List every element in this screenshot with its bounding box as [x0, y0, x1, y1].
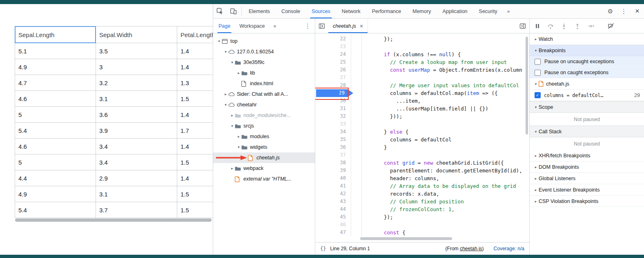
line-number-gutter[interactable]: 31: [315, 105, 357, 112]
table-cell[interactable]: 1.5: [177, 186, 213, 202]
table-cell[interactable]: 1.3: [177, 75, 213, 91]
line-number-gutter[interactable]: 38: [315, 159, 357, 167]
table-cell[interactable]: 4.4: [15, 170, 96, 186]
coverage-link[interactable]: Coverage: n/a: [494, 246, 524, 251]
code-line-text[interactable]: });: [357, 213, 393, 221]
pause-uncaught-checkbox[interactable]: [535, 59, 541, 65]
expander-icon[interactable]: ▸: [230, 166, 235, 170]
deactivate-breakpoints-icon[interactable]: [608, 23, 614, 29]
code-line-text[interactable]: const grid = new cheetahGrid.ListGrid({: [357, 159, 504, 167]
line-number-gutter[interactable]: 29: [315, 89, 357, 97]
line-number-gutter[interactable]: 22: [315, 35, 357, 43]
table-cell[interactable]: 3.7: [96, 202, 177, 218]
devtools-tab-network[interactable]: Network: [336, 4, 366, 18]
line-number-gutter[interactable]: 32: [315, 112, 357, 120]
line-number-gutter[interactable]: 30: [315, 97, 357, 105]
code-line-text[interactable]: }: [357, 143, 387, 151]
code-line-text[interactable]: // Create a lookup map from user input: [357, 58, 507, 66]
expander-icon[interactable]: ▸: [223, 92, 228, 96]
line-number-gutter[interactable]: 45: [315, 213, 357, 221]
line-number-gutter[interactable]: 47: [315, 229, 357, 236]
tab-page[interactable]: Page: [214, 19, 235, 33]
more-tabs-icon[interactable]: »: [503, 4, 514, 18]
table-cell[interactable]: 2.9: [96, 170, 177, 186]
step-into-icon[interactable]: [561, 23, 567, 29]
tree-item-sider-chat-with-all-a[interactable]: ▸Sider: Chat with all A...: [213, 89, 315, 99]
code-editor[interactable]: 22});2324if (x.columns !== null) {25 // …: [315, 33, 529, 242]
code-line-text[interactable]: });: [357, 35, 393, 43]
tree-item-top[interactable]: ▾top: [213, 36, 315, 46]
editor-horizontal-scrollbar[interactable]: [360, 237, 452, 240]
table-cell[interactable]: 4.6: [15, 91, 96, 107]
pause-script-icon[interactable]: [535, 23, 540, 29]
scope-section-header[interactable]: ▾ Scope: [530, 101, 644, 113]
line-number-gutter[interactable]: 42: [315, 190, 357, 198]
line-number-gutter[interactable]: 28: [315, 82, 357, 89]
watch-section-header[interactable]: ▸ Watch: [530, 33, 644, 45]
tree-item-127-0-0-1-60254[interactable]: ▾127.0.0.1:60254: [213, 46, 315, 57]
table-cell[interactable]: 3.4: [96, 154, 177, 170]
hide-navigator-icon[interactable]: [315, 19, 328, 33]
section-xhr-fetch-breakpoints[interactable]: ▸XHR/fetch Breakpoints: [530, 150, 644, 161]
code-line-text[interactable]: // Array data to be displayed on the gri…: [357, 182, 516, 190]
editor-tab-cheetah-js[interactable]: cheetah.js ×: [328, 19, 368, 33]
code-line-text[interactable]: }));: [357, 112, 402, 120]
tree-item-srcjs[interactable]: ▾srcjs: [213, 121, 315, 131]
table-cell[interactable]: 4.9: [15, 59, 96, 75]
pause-caught-checkbox[interactable]: [535, 70, 541, 76]
breakpoint-file-group[interactable]: ▾ cheetah.js: [530, 78, 644, 90]
line-number-gutter[interactable]: 36: [315, 143, 357, 151]
table-cell[interactable]: 3.4: [96, 139, 177, 154]
code-line-text[interactable]: [357, 120, 384, 128]
expander-icon[interactable]: ▾: [216, 39, 222, 43]
close-devtools-icon[interactable]: ×: [631, 4, 644, 18]
line-number-gutter[interactable]: 34: [315, 128, 357, 136]
tree-item-webpack[interactable]: ▸webpack: [213, 163, 315, 174]
breakpoint-badge[interactable]: 29: [316, 89, 353, 97]
code-line-text[interactable]: parentElement: document.getElementById(i…: [357, 167, 522, 174]
settings-gear-icon[interactable]: ⚙: [604, 4, 617, 18]
table-cell[interactable]: 4.7: [15, 75, 96, 91]
table-cell[interactable]: 5.4: [15, 202, 96, 218]
tree-item-lib[interactable]: ▸lib: [213, 68, 315, 78]
devtools-tab-performance[interactable]: Performance: [366, 4, 407, 18]
devtools-tab-console[interactable]: Console: [276, 4, 306, 18]
more-navigator-tabs-icon[interactable]: »: [270, 19, 281, 33]
line-number-gutter[interactable]: 27: [315, 74, 357, 82]
code-line-text[interactable]: ...item,: [357, 97, 421, 105]
column-header[interactable]: Sepal.Width: [96, 26, 177, 43]
code-line-text[interactable]: const userMap = Object.fromEntries(x.col…: [357, 66, 522, 74]
line-number-gutter[interactable]: 40: [315, 174, 357, 182]
expander-icon[interactable]: ▸: [236, 71, 241, 75]
table-cell[interactable]: 1.5: [177, 154, 213, 170]
devtools-tab-application[interactable]: Application: [437, 4, 473, 18]
hide-debugger-icon[interactable]: [516, 19, 529, 33]
section-dom-breakpoints[interactable]: ▸DOM Breakpoints: [530, 161, 644, 173]
code-line-text[interactable]: ...(userMap[item.field] || {}): [357, 105, 488, 112]
code-line-text[interactable]: records: x.data,: [357, 190, 439, 198]
table-cell[interactable]: 3.5: [96, 43, 177, 59]
code-line-text[interactable]: // Column fixed position: [357, 198, 464, 205]
code-line-text[interactable]: [357, 221, 384, 229]
device-toolbar-icon[interactable]: [227, 4, 240, 18]
devtools-tab-security[interactable]: Security: [473, 4, 503, 18]
table-cell[interactable]: 3: [96, 59, 177, 75]
code-line-text[interactable]: } else {: [357, 128, 408, 136]
table-cell[interactable]: 3.1: [96, 186, 177, 202]
tree-item-node-modules-che[interactable]: ▸node_modules/che...: [213, 110, 315, 121]
tree-item-modules[interactable]: ▸modules: [213, 131, 315, 142]
tree-item-30e35f9c[interactable]: ▾30e35f9c: [213, 57, 315, 68]
line-number-gutter[interactable]: 44: [315, 205, 357, 213]
step-over-icon[interactable]: [547, 23, 554, 29]
step-out-icon[interactable]: [574, 23, 581, 29]
breakpoint-entry[interactable]: ✓ columns = defaultCol… 29: [530, 90, 644, 101]
line-number-gutter[interactable]: 23: [315, 43, 357, 51]
line-number-gutter[interactable]: 39: [315, 167, 357, 174]
code-line-text[interactable]: [357, 74, 384, 82]
line-number-gutter[interactable]: 33: [315, 120, 357, 128]
line-number-gutter[interactable]: 37: [315, 151, 357, 159]
line-number-gutter[interactable]: 35: [315, 136, 357, 143]
expander-icon[interactable]: ▾: [230, 124, 235, 128]
devtools-menu-icon[interactable]: ⋮: [617, 4, 631, 18]
column-header[interactable]: Sepal.Length: [15, 26, 96, 43]
